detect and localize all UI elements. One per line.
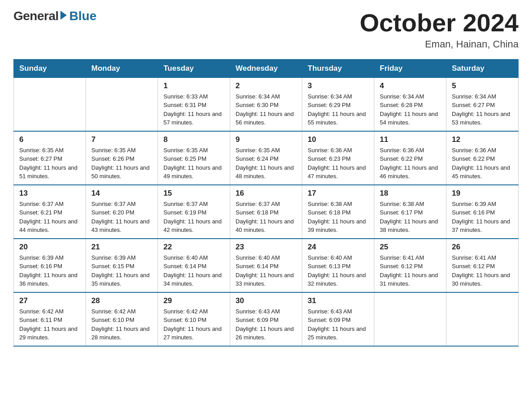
calendar-cell: 19Sunrise: 6:39 AM Sunset: 6:16 PM Dayli… bbox=[446, 185, 519, 239]
day-number: 27 bbox=[19, 296, 80, 305]
location-title: Eman, Hainan, China bbox=[360, 39, 519, 50]
day-info: Sunrise: 6:42 AM Sunset: 6:11 PM Dayligh… bbox=[19, 307, 80, 342]
day-number: 7 bbox=[91, 135, 152, 144]
calendar-cell: 15Sunrise: 6:37 AM Sunset: 6:19 PM Dayli… bbox=[158, 185, 230, 239]
logo: General Blue bbox=[13, 9, 96, 23]
day-number: 1 bbox=[163, 81, 224, 90]
day-info: Sunrise: 6:37 AM Sunset: 6:21 PM Dayligh… bbox=[19, 200, 80, 235]
calendar-cell: 21Sunrise: 6:39 AM Sunset: 6:15 PM Dayli… bbox=[86, 239, 158, 292]
logo-triangle-icon bbox=[60, 11, 67, 20]
day-info: Sunrise: 6:38 AM Sunset: 6:18 PM Dayligh… bbox=[308, 200, 369, 235]
calendar-day-header: Saturday bbox=[446, 59, 519, 77]
day-info: Sunrise: 6:34 AM Sunset: 6:30 PM Dayligh… bbox=[236, 92, 296, 127]
calendar-cell: 7Sunrise: 6:35 AM Sunset: 6:26 PM Daylig… bbox=[86, 131, 158, 185]
calendar-cell: 27Sunrise: 6:42 AM Sunset: 6:11 PM Dayli… bbox=[14, 292, 86, 346]
day-info: Sunrise: 6:40 AM Sunset: 6:13 PM Dayligh… bbox=[308, 253, 369, 288]
day-info: Sunrise: 6:36 AM Sunset: 6:22 PM Dayligh… bbox=[380, 146, 441, 181]
day-number: 28 bbox=[91, 296, 152, 305]
day-info: Sunrise: 6:33 AM Sunset: 6:31 PM Dayligh… bbox=[163, 92, 224, 127]
day-number: 14 bbox=[91, 189, 152, 198]
calendar-cell: 26Sunrise: 6:41 AM Sunset: 6:12 PM Dayli… bbox=[446, 239, 519, 292]
month-title: October 2024 bbox=[360, 9, 519, 37]
calendar-cell: 3Sunrise: 6:34 AM Sunset: 6:29 PM Daylig… bbox=[302, 77, 374, 131]
calendar-cell: 25Sunrise: 6:41 AM Sunset: 6:12 PM Dayli… bbox=[374, 239, 446, 292]
calendar-table: SundayMondayTuesdayWednesdayThursdayFrid… bbox=[13, 59, 519, 347]
day-info: Sunrise: 6:41 AM Sunset: 6:12 PM Dayligh… bbox=[380, 253, 441, 288]
day-info: Sunrise: 6:40 AM Sunset: 6:14 PM Dayligh… bbox=[163, 253, 224, 288]
day-number: 25 bbox=[380, 243, 441, 252]
day-info: Sunrise: 6:35 AM Sunset: 6:27 PM Dayligh… bbox=[19, 146, 80, 181]
day-info: Sunrise: 6:39 AM Sunset: 6:16 PM Dayligh… bbox=[19, 253, 80, 288]
day-number: 24 bbox=[308, 243, 369, 252]
day-info: Sunrise: 6:35 AM Sunset: 6:25 PM Dayligh… bbox=[163, 146, 224, 181]
day-number: 10 bbox=[308, 135, 369, 144]
day-info: Sunrise: 6:37 AM Sunset: 6:19 PM Dayligh… bbox=[163, 200, 224, 235]
logo-blue-text: Blue bbox=[69, 9, 97, 23]
day-info: Sunrise: 6:37 AM Sunset: 6:18 PM Dayligh… bbox=[236, 200, 296, 235]
calendar-week-row: 6Sunrise: 6:35 AM Sunset: 6:27 PM Daylig… bbox=[14, 131, 519, 185]
calendar-header-row: SundayMondayTuesdayWednesdayThursdayFrid… bbox=[14, 59, 519, 77]
calendar-day-header: Friday bbox=[374, 59, 446, 77]
calendar-cell bbox=[14, 77, 86, 131]
calendar-cell bbox=[374, 292, 446, 346]
calendar-day-header: Wednesday bbox=[230, 59, 302, 77]
day-number: 15 bbox=[163, 189, 224, 198]
calendar-cell: 10Sunrise: 6:36 AM Sunset: 6:23 PM Dayli… bbox=[302, 131, 374, 185]
day-info: Sunrise: 6:35 AM Sunset: 6:24 PM Dayligh… bbox=[236, 146, 296, 181]
day-number: 21 bbox=[91, 243, 152, 252]
day-number: 2 bbox=[236, 81, 296, 90]
calendar-cell: 9Sunrise: 6:35 AM Sunset: 6:24 PM Daylig… bbox=[230, 131, 302, 185]
calendar-week-row: 27Sunrise: 6:42 AM Sunset: 6:11 PM Dayli… bbox=[14, 292, 519, 346]
calendar-week-row: 1Sunrise: 6:33 AM Sunset: 6:31 PM Daylig… bbox=[14, 77, 519, 131]
day-number: 16 bbox=[236, 189, 296, 198]
calendar-cell: 5Sunrise: 6:34 AM Sunset: 6:27 PM Daylig… bbox=[446, 77, 519, 131]
calendar-cell: 18Sunrise: 6:38 AM Sunset: 6:17 PM Dayli… bbox=[374, 185, 446, 239]
day-info: Sunrise: 6:36 AM Sunset: 6:23 PM Dayligh… bbox=[308, 146, 369, 181]
day-info: Sunrise: 6:34 AM Sunset: 6:29 PM Dayligh… bbox=[308, 92, 369, 127]
day-number: 30 bbox=[236, 296, 296, 305]
calendar-day-header: Tuesday bbox=[158, 59, 230, 77]
calendar-cell bbox=[446, 292, 519, 346]
calendar-cell: 30Sunrise: 6:43 AM Sunset: 6:09 PM Dayli… bbox=[230, 292, 302, 346]
day-info: Sunrise: 6:43 AM Sunset: 6:09 PM Dayligh… bbox=[308, 307, 369, 342]
day-number: 17 bbox=[308, 189, 369, 198]
day-info: Sunrise: 6:41 AM Sunset: 6:12 PM Dayligh… bbox=[452, 253, 513, 288]
day-number: 26 bbox=[452, 243, 513, 252]
calendar-cell: 2Sunrise: 6:34 AM Sunset: 6:30 PM Daylig… bbox=[230, 77, 302, 131]
day-info: Sunrise: 6:38 AM Sunset: 6:17 PM Dayligh… bbox=[380, 200, 441, 235]
calendar-cell: 22Sunrise: 6:40 AM Sunset: 6:14 PM Dayli… bbox=[158, 239, 230, 292]
calendar-cell: 8Sunrise: 6:35 AM Sunset: 6:25 PM Daylig… bbox=[158, 131, 230, 185]
day-info: Sunrise: 6:34 AM Sunset: 6:28 PM Dayligh… bbox=[380, 92, 441, 127]
day-number: 3 bbox=[308, 81, 369, 90]
calendar-cell: 20Sunrise: 6:39 AM Sunset: 6:16 PM Dayli… bbox=[14, 239, 86, 292]
day-info: Sunrise: 6:36 AM Sunset: 6:22 PM Dayligh… bbox=[452, 146, 513, 181]
day-info: Sunrise: 6:39 AM Sunset: 6:15 PM Dayligh… bbox=[91, 253, 152, 288]
calendar-cell: 11Sunrise: 6:36 AM Sunset: 6:22 PM Dayli… bbox=[374, 131, 446, 185]
day-info: Sunrise: 6:35 AM Sunset: 6:26 PM Dayligh… bbox=[91, 146, 152, 181]
calendar-cell: 6Sunrise: 6:35 AM Sunset: 6:27 PM Daylig… bbox=[14, 131, 86, 185]
calendar-cell: 29Sunrise: 6:42 AM Sunset: 6:10 PM Dayli… bbox=[158, 292, 230, 346]
day-info: Sunrise: 6:39 AM Sunset: 6:16 PM Dayligh… bbox=[452, 200, 513, 235]
calendar-cell: 14Sunrise: 6:37 AM Sunset: 6:20 PM Dayli… bbox=[86, 185, 158, 239]
calendar-cell: 23Sunrise: 6:40 AM Sunset: 6:14 PM Dayli… bbox=[230, 239, 302, 292]
calendar-cell: 16Sunrise: 6:37 AM Sunset: 6:18 PM Dayli… bbox=[230, 185, 302, 239]
title-section: October 2024 Eman, Hainan, China bbox=[360, 9, 519, 50]
day-number: 29 bbox=[163, 296, 224, 305]
calendar-day-header: Monday bbox=[86, 59, 158, 77]
calendar-cell: 12Sunrise: 6:36 AM Sunset: 6:22 PM Dayli… bbox=[446, 131, 519, 185]
calendar-cell: 31Sunrise: 6:43 AM Sunset: 6:09 PM Dayli… bbox=[302, 292, 374, 346]
day-info: Sunrise: 6:40 AM Sunset: 6:14 PM Dayligh… bbox=[236, 253, 296, 288]
calendar-cell: 24Sunrise: 6:40 AM Sunset: 6:13 PM Dayli… bbox=[302, 239, 374, 292]
calendar-cell: 4Sunrise: 6:34 AM Sunset: 6:28 PM Daylig… bbox=[374, 77, 446, 131]
day-number: 19 bbox=[452, 189, 513, 198]
calendar-cell: 1Sunrise: 6:33 AM Sunset: 6:31 PM Daylig… bbox=[158, 77, 230, 131]
day-number: 22 bbox=[163, 243, 224, 252]
day-info: Sunrise: 6:42 AM Sunset: 6:10 PM Dayligh… bbox=[163, 307, 224, 342]
day-info: Sunrise: 6:43 AM Sunset: 6:09 PM Dayligh… bbox=[236, 307, 296, 342]
calendar-cell: 28Sunrise: 6:42 AM Sunset: 6:10 PM Dayli… bbox=[86, 292, 158, 346]
day-number: 4 bbox=[380, 81, 441, 90]
calendar-day-header: Thursday bbox=[302, 59, 374, 77]
day-info: Sunrise: 6:37 AM Sunset: 6:20 PM Dayligh… bbox=[91, 200, 152, 235]
page-header: General Blue October 2024 Eman, Hainan, … bbox=[13, 9, 519, 50]
calendar-cell bbox=[86, 77, 158, 131]
